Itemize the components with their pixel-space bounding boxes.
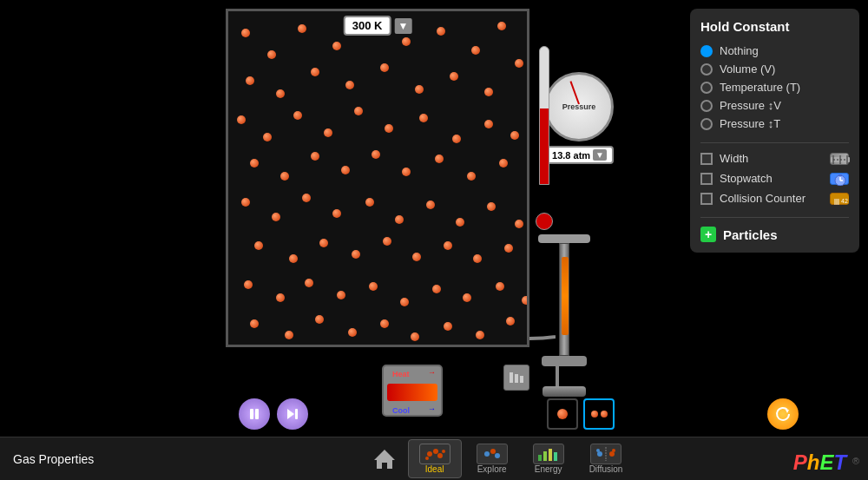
tool-collision-counter[interactable]: Collision Counter ||| 42 (700, 192, 849, 205)
particle (400, 298, 409, 306)
radio-pressure-v[interactable] (700, 100, 713, 112)
particle (395, 215, 404, 224)
home-icon (372, 447, 397, 471)
heater-cooler[interactable]: Heat → Cool → (382, 365, 451, 434)
particle (280, 172, 289, 181)
particle (369, 282, 378, 291)
step-button[interactable] (277, 398, 308, 430)
radio-volume[interactable] (700, 63, 713, 76)
checkbox-width[interactable] (700, 153, 713, 165)
nav-diffusion[interactable]: Diffusion (579, 440, 634, 477)
tool-width[interactable]: Width (700, 152, 849, 165)
svg-rect-29 (538, 455, 542, 461)
particle (435, 155, 444, 163)
particle (515, 220, 523, 228)
particle (272, 213, 280, 221)
label-width: Width (720, 152, 823, 165)
particle (412, 253, 421, 261)
thermometer-fill (540, 108, 549, 184)
svg-point-21 (427, 451, 432, 457)
particle (450, 72, 458, 81)
particle (337, 291, 345, 299)
radio-temperature[interactable] (700, 82, 713, 94)
particle (515, 59, 523, 68)
particle (267, 50, 276, 59)
particle (289, 254, 298, 263)
reset-icon (774, 405, 792, 423)
tools-group: Width Stopwatch (700, 152, 849, 205)
pump-handle-bar (538, 234, 590, 243)
particle (372, 150, 380, 159)
checkbox-stopwatch[interactable] (700, 173, 713, 185)
particles-plus-button[interactable]: + (700, 227, 716, 242)
pump-shaft (559, 243, 569, 356)
particle (237, 115, 246, 124)
diffusion-icon (594, 446, 618, 462)
particle-type-1[interactable] (547, 398, 578, 430)
stopwatch-svg (831, 174, 850, 186)
nav-ideal-label: Ideal (425, 464, 444, 474)
nav-home[interactable] (365, 444, 404, 475)
svg-rect-30 (543, 451, 547, 461)
option-pressure-v[interactable]: Pressure ↕V (700, 99, 849, 112)
nav-energy[interactable]: Energy (523, 440, 575, 477)
energy-icon (536, 446, 561, 462)
svg-point-23 (437, 453, 443, 458)
label-pressure-v: Pressure ↕V (720, 99, 781, 112)
svg-marker-17 (287, 409, 294, 419)
pressure-gauge: Pressure (544, 72, 614, 141)
particle (276, 89, 285, 98)
bottom-bar: Gas Properties Ideal (0, 437, 868, 480)
option-pressure-t[interactable]: Pressure ↕T (700, 117, 849, 130)
ideal-icon (423, 446, 447, 462)
particle (244, 280, 253, 289)
radio-pressure-t[interactable] (700, 118, 713, 130)
svg-point-22 (433, 449, 438, 454)
particle (298, 24, 306, 33)
checkbox-collision[interactable] (700, 193, 713, 205)
particle-dot-1 (557, 409, 568, 419)
option-volume[interactable]: Volume (V) (700, 62, 849, 76)
particle (276, 293, 285, 302)
nav-ideal[interactable]: Ideal (408, 439, 462, 478)
particle (332, 209, 341, 218)
app-title: Gas Properties (0, 452, 130, 466)
svg-point-35 (596, 449, 600, 452)
thermometer-tube (539, 46, 549, 185)
speed-selector[interactable] (503, 365, 529, 391)
cool-label: Cool (389, 404, 413, 417)
option-temperature[interactable]: Temperature (T) (700, 81, 849, 94)
bottom-nav: Ideal Explore E (130, 439, 868, 478)
particles-panel-header[interactable]: + Particles (700, 227, 849, 242)
particle (254, 241, 263, 250)
panel-title: Hold Constant (700, 19, 849, 34)
particle (499, 159, 508, 168)
particle (487, 202, 496, 211)
particle-type-2[interactable] (583, 398, 615, 430)
particle (437, 27, 445, 36)
svg-point-25 (442, 450, 445, 453)
nav-explore[interactable]: Explore (466, 440, 518, 477)
reset-button[interactable] (767, 398, 799, 430)
particle (402, 168, 411, 176)
pump[interactable] (538, 234, 590, 425)
temperature-dropdown[interactable]: ▼ (394, 18, 411, 34)
pause-button[interactable] (239, 398, 270, 430)
option-nothing[interactable]: Nothing (700, 44, 849, 57)
svg-rect-18 (295, 409, 298, 419)
stopwatch-icon (830, 173, 849, 185)
tool-stopwatch[interactable]: Stopwatch (700, 172, 849, 185)
pressure-dropdown[interactable]: ▼ (593, 149, 607, 161)
particle (496, 282, 504, 291)
divider-2 (700, 217, 849, 218)
radio-nothing[interactable] (700, 45, 713, 57)
particle (473, 254, 482, 263)
label-stopwatch: Stopwatch (720, 172, 823, 185)
svg-rect-32 (554, 452, 557, 461)
particle (497, 22, 506, 30)
label-temperature: Temperature (T) (720, 81, 800, 94)
particle-dot-2b (601, 411, 608, 418)
particle-dot-2a (591, 411, 598, 418)
label-volume: Volume (V) (720, 62, 775, 76)
svg-rect-15 (250, 409, 253, 419)
